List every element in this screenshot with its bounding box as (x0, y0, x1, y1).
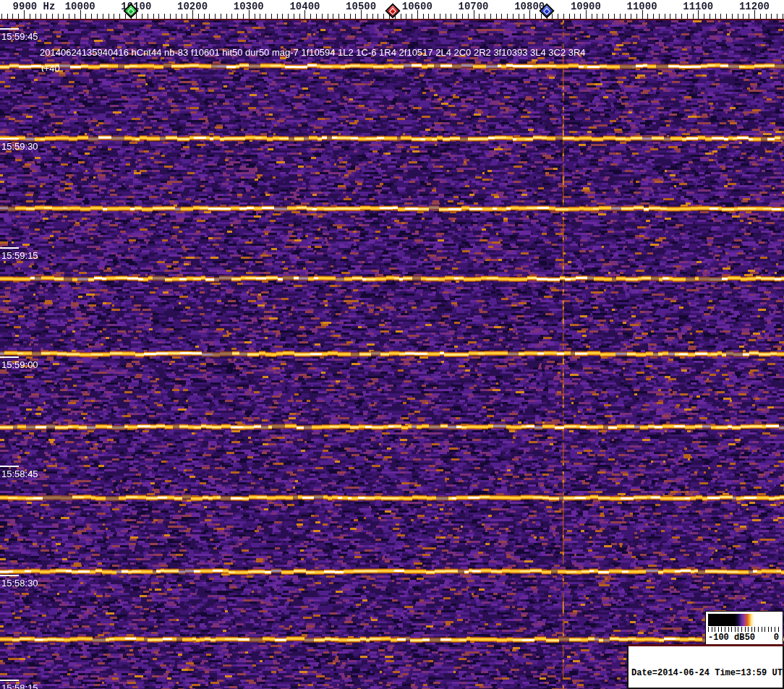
ruler-minor-tick (164, 14, 165, 19)
ruler-minor-tick (30, 14, 30, 19)
ruler-minor-tick (12, 14, 13, 19)
ruler-minor-tick (513, 14, 514, 19)
time-label: 15:59:00 (1, 359, 38, 370)
ruler-minor-tick (501, 14, 502, 19)
ruler-minor-tick (710, 14, 710, 19)
ruler-minor-tick (299, 14, 300, 19)
ruler-minor-tick (670, 14, 670, 19)
ruler-minor-tick (63, 14, 64, 19)
ruler-minor-tick (35, 14, 36, 19)
ruler-minor-tick (294, 14, 294, 19)
ruler-frequency-label: 10700 (459, 1, 489, 12)
ruler-minor-tick (265, 14, 266, 19)
ruler-minor-tick (18, 14, 19, 19)
ruler-minor-tick (462, 14, 463, 19)
ruler-minor-tick (777, 14, 777, 19)
ruler-minor-tick (378, 14, 378, 19)
ruler-minor-tick (226, 14, 227, 19)
ruler-minor-tick (451, 14, 451, 19)
ruler-minor-tick (328, 14, 328, 19)
ruler-minor-tick (423, 14, 424, 19)
ruler-minor-tick (620, 14, 621, 19)
ruler-minor-tick (108, 14, 109, 19)
ruler-frequency-label: 11100 (683, 1, 713, 12)
ruler-minor-tick (681, 14, 682, 19)
ruler-minor-tick (687, 14, 688, 19)
ruler-minor-tick (103, 14, 103, 19)
ruler-frequency-label: 10600 (402, 1, 433, 12)
ruler-minor-tick (479, 14, 480, 19)
ruler-minor-tick (783, 14, 783, 19)
ruler-minor-tick (288, 14, 289, 19)
ruler-minor-tick (659, 14, 660, 19)
ruler-minor-tick (271, 14, 272, 19)
ruler-minor-tick (316, 14, 317, 19)
ruler-minor-tick (58, 14, 59, 19)
trigger-time-label: t+40 (41, 63, 60, 74)
ruler-frequency-label: 11200 (739, 1, 770, 12)
ruler-minor-tick (142, 14, 142, 19)
ruler-minor-tick (7, 14, 8, 19)
detection-annotation: 20140624135940416 hCnt44 nb-83 f10601 hi… (40, 47, 586, 58)
ruler-minor-tick (468, 14, 469, 19)
spectrogram-waterfall (0, 20, 784, 689)
ruler-minor-tick (310, 14, 311, 19)
ruler-minor-tick (344, 14, 345, 19)
ruler-minor-tick (693, 14, 694, 19)
ruler-minor-tick (176, 14, 176, 19)
ruler-minor-tick (170, 14, 171, 19)
ruler-minor-tick (726, 14, 727, 19)
ruler-minor-tick (221, 14, 221, 19)
ruler-minor-tick (563, 14, 564, 19)
marker-inner-diamond (543, 7, 550, 14)
ruler-minor-tick (243, 14, 244, 19)
ruler-minor-tick (187, 14, 187, 19)
ruler-minor-tick (46, 14, 47, 19)
ruler-minor-tick (428, 14, 429, 19)
spectrogram-app: 9900 Hz100001010010200103001040010500106… (0, 0, 784, 689)
ruler-minor-tick (665, 14, 665, 19)
ruler-minor-tick (580, 14, 581, 19)
ruler-minor-tick (383, 14, 384, 19)
ruler-minor-tick (496, 14, 497, 19)
ruler-minor-tick (614, 14, 615, 19)
ruler-minor-tick (85, 14, 86, 19)
ruler-frequency-label: 10400 (289, 1, 320, 12)
ruler-minor-tick (552, 14, 553, 19)
ruler-minor-tick (558, 14, 558, 19)
ruler-minor-tick (182, 14, 182, 19)
ruler-minor-tick (592, 14, 592, 19)
ruler-minor-tick (260, 14, 260, 19)
ruler-frequency-label: 10200 (177, 1, 208, 12)
ruler-minor-tick (749, 14, 749, 19)
ruler-minor-tick (434, 14, 435, 19)
ruler-minor-tick (148, 14, 148, 19)
ruler-frequency-label: 10000 (65, 1, 95, 12)
info-date-line: Date=2014-06-24 Time=13:59 UTC (631, 668, 780, 678)
time-axis-tick (0, 466, 19, 467)
ruler-frequency-label: 10300 (234, 1, 264, 12)
time-label: 15:59:45 (1, 31, 38, 42)
ruler-minor-tick (97, 14, 98, 19)
ruler-minor-tick (282, 14, 283, 19)
ruler-minor-tick (406, 14, 406, 19)
ruler-minor-tick (485, 14, 485, 19)
ruler-minor-tick (338, 14, 339, 19)
ruler-minor-tick (456, 14, 457, 19)
ruler-minor-tick (569, 14, 570, 19)
time-axis-tick (0, 680, 19, 681)
time-axis-tick (0, 356, 19, 358)
ruler-minor-tick (114, 14, 114, 19)
ruler-minor-tick (41, 14, 41, 19)
ruler-minor-tick (440, 14, 440, 19)
ruler-minor-tick (1, 14, 2, 19)
ruler-frequency-label: 9900 Hz (13, 1, 56, 12)
ruler-minor-tick (69, 14, 69, 19)
ruler-minor-tick (647, 14, 648, 19)
ruler-minor-tick (676, 14, 676, 19)
ruler-minor-tick (524, 14, 524, 19)
ruler-minor-tick (446, 14, 446, 19)
ruler-minor-tick (490, 14, 491, 19)
time-label: 15:58:15 (1, 682, 38, 689)
ruler-minor-tick (125, 14, 126, 19)
